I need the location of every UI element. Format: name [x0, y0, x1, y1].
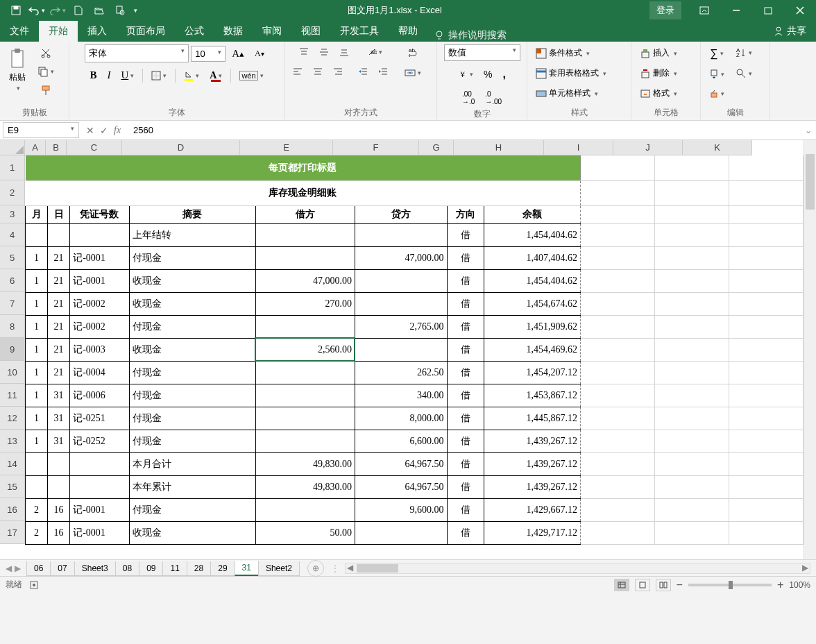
spreadsheet-grid[interactable]: ABCDEFGHIJK 1234567891011121314151617 每页…	[0, 140, 816, 559]
table-header[interactable]: 余额	[484, 205, 580, 223]
cell[interactable]: 1	[26, 269, 48, 292]
cell[interactable]: 记-0002	[70, 292, 130, 315]
row-header[interactable]: 13	[0, 430, 25, 452]
font-color-icon[interactable]: A▾	[205, 67, 226, 84]
cell[interactable]	[70, 452, 130, 475]
vertical-scrollbar[interactable]	[804, 140, 816, 559]
cell[interactable]: 1	[26, 407, 48, 430]
conditional-format-button[interactable]: 条件格式▾	[532, 44, 594, 62]
phonetic-icon[interactable]: wén▾	[235, 68, 267, 83]
table-header[interactable]: 贷方	[355, 205, 447, 223]
cell[interactable]: 借	[447, 452, 484, 475]
align-left-icon[interactable]	[289, 64, 307, 79]
cell[interactable]: 2,560.00	[255, 338, 355, 361]
open-icon[interactable]	[89, 0, 110, 21]
cell[interactable]	[729, 452, 803, 475]
cell[interactable]	[654, 338, 729, 361]
cell[interactable]	[729, 315, 803, 338]
cell[interactable]: 本年累计	[129, 475, 255, 498]
cell[interactable]: 1,445,867.12	[484, 407, 580, 430]
cell[interactable]	[654, 430, 729, 452]
border-icon[interactable]: ▾	[147, 68, 171, 83]
cell[interactable]: 1,454,207.12	[484, 361, 580, 384]
align-middle-icon[interactable]	[315, 44, 333, 60]
view-page-break-icon[interactable]	[656, 579, 671, 591]
sheet-tab[interactable]: Sheet3	[74, 561, 116, 576]
italic-icon[interactable]: I	[103, 67, 114, 84]
cell[interactable]: 借	[447, 521, 484, 544]
cell[interactable]	[355, 269, 447, 292]
cell[interactable]: 262.50	[355, 361, 447, 384]
cell[interactable]	[654, 407, 729, 430]
cell[interactable]	[70, 475, 130, 498]
cell[interactable]: 记-0251	[70, 407, 130, 430]
cell[interactable]	[48, 475, 70, 498]
cell[interactable]: 记-0006	[70, 384, 130, 407]
cell[interactable]: 21	[48, 246, 70, 269]
table-header[interactable]: 摘要	[129, 205, 255, 223]
table-format-button[interactable]: 套用表格格式▾	[532, 65, 611, 82]
select-all-corner[interactable]	[0, 140, 25, 155]
cell[interactable]: 9,600.00	[355, 498, 447, 521]
increase-decimal-icon[interactable]: .00→.0	[458, 87, 479, 108]
cell[interactable]: 1,407,404.62	[484, 246, 580, 269]
cell[interactable]: 记-0001	[70, 521, 130, 544]
login-button[interactable]: 登录	[649, 1, 681, 19]
cell[interactable]: 31	[48, 407, 70, 430]
new-sheet-button[interactable]: ⊕	[307, 560, 324, 577]
cell[interactable]	[355, 338, 447, 361]
cell[interactable]	[581, 521, 655, 544]
cell[interactable]	[581, 180, 655, 205]
cell[interactable]	[581, 155, 655, 180]
cell[interactable]: 50.00	[255, 521, 355, 544]
cell[interactable]: 1	[26, 430, 48, 452]
align-bottom-icon[interactable]	[335, 44, 353, 60]
cell[interactable]: 1,429,667.12	[484, 498, 580, 521]
cell[interactable]: 记-0001	[70, 498, 130, 521]
row-header[interactable]: 16	[0, 498, 25, 521]
cell[interactable]	[654, 269, 729, 292]
cell[interactable]	[255, 430, 355, 452]
table-header[interactable]: 月	[26, 205, 48, 223]
ribbon-options-icon[interactable]	[688, 0, 720, 21]
cell[interactable]: 付现金	[129, 407, 255, 430]
cell[interactable]: 本月合计	[129, 452, 255, 475]
cell[interactable]: 49,830.00	[255, 452, 355, 475]
font-select[interactable]: 宋体▾	[85, 44, 189, 62]
sheet-tab[interactable]: 08	[115, 561, 139, 576]
view-normal-icon[interactable]	[614, 579, 629, 591]
maximize-icon[interactable]	[752, 0, 784, 21]
cell[interactable]: 1,429,717.12	[484, 521, 580, 544]
fill-icon[interactable]: ▾	[705, 67, 729, 82]
row-header[interactable]: 2	[0, 180, 25, 205]
cell[interactable]: 64,967.50	[355, 475, 447, 498]
sheet-nav-next-icon[interactable]: ▶	[15, 564, 21, 573]
cell[interactable]	[48, 452, 70, 475]
cell[interactable]: 31	[48, 384, 70, 407]
percent-icon[interactable]: %	[479, 66, 496, 83]
cell[interactable]: 付现金	[129, 246, 255, 269]
cell[interactable]	[26, 475, 48, 498]
cell[interactable]	[729, 205, 803, 223]
cell[interactable]: 1,451,909.62	[484, 315, 580, 338]
sheet-tab[interactable]: 28	[187, 561, 211, 576]
table-header[interactable]: 方向	[447, 205, 484, 223]
cell[interactable]: 借	[447, 430, 484, 452]
accounting-format-icon[interactable]: ￥▾	[454, 67, 477, 82]
cell[interactable]	[26, 452, 48, 475]
cell[interactable]: 1,454,404.62	[484, 223, 580, 246]
column-header[interactable]: H	[454, 140, 544, 155]
cancel-icon[interactable]: ✕	[86, 125, 94, 136]
cell[interactable]: 2	[26, 498, 48, 521]
tab-data[interactable]: 数据	[214, 21, 253, 42]
tab-view[interactable]: 视图	[291, 21, 330, 42]
column-header[interactable]: F	[333, 140, 419, 155]
cell[interactable]	[581, 338, 655, 361]
cell[interactable]	[729, 338, 803, 361]
cell[interactable]	[654, 361, 729, 384]
cell[interactable]: 1	[26, 384, 48, 407]
cell[interactable]	[654, 475, 729, 498]
insert-cells-button[interactable]: 插入▾	[636, 44, 681, 62]
cell[interactable]	[355, 521, 447, 544]
zoom-out-icon[interactable]: −	[677, 579, 683, 591]
